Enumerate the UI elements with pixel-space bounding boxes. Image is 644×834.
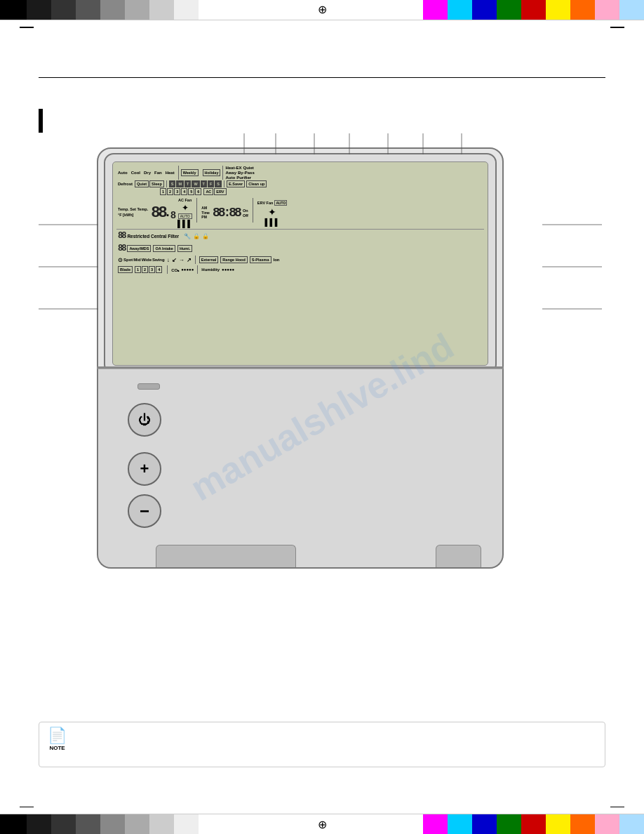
lcd-heat-ex: Heat-EX — [225, 166, 241, 170]
lcd-erv-fan-symbol: ✦ — [268, 206, 276, 218]
lcd-purifier: Purifier — [236, 176, 251, 180]
lcd-wrench-icon: 🔧 — [184, 233, 191, 239]
lcd-mode-auto: Auto — [116, 171, 129, 175]
swatch-b-blue — [472, 814, 497, 834]
remote-divider — [97, 366, 504, 369]
plus-icon: + — [140, 460, 149, 478]
swatch-b-pink — [595, 814, 619, 834]
swatch-magenta — [423, 0, 448, 20]
swatch-black — [0, 0, 27, 20]
annotation-svg-left — [39, 204, 102, 344]
annotation-svg-right — [542, 204, 605, 344]
swatch-b-dark1 — [27, 814, 51, 834]
lcd-row2: Defrost Quiet Sleep S M T W T F S E.Save… — [116, 180, 484, 187]
lcd-vdiv4 — [224, 180, 224, 187]
lcd-humidity-label: Humidity — [201, 267, 220, 272]
minus-icon: − — [140, 501, 149, 521]
lcd-humi: Humi. — [177, 245, 192, 252]
top-rule — [39, 77, 605, 78]
lcd-esaver-area: E.Saver Clean up — [227, 180, 267, 187]
lcd-defrost: Defrost — [116, 182, 134, 186]
lcd-on: On — [243, 208, 248, 213]
lcd-num2: 2 — [167, 188, 173, 195]
power-button[interactable]: ⏻ — [128, 403, 161, 437]
margin-tick-left-bottom — [20, 807, 34, 808]
lcd-external: External — [199, 256, 219, 263]
swatch-blue — [472, 0, 497, 20]
swatch-b-gray3 — [125, 814, 149, 834]
lcd-pm: PM — [201, 215, 210, 220]
lcd-blade-vdiv — [167, 265, 168, 274]
lcd-vdiv1 — [178, 166, 179, 180]
lcd-day-T2: T — [201, 180, 207, 187]
lcd-quiet-right: Quiet — [243, 166, 253, 170]
swatch-dark2 — [51, 0, 76, 20]
lcd-swing: Swing — [152, 258, 165, 262]
lcd-vdiv3 — [166, 180, 167, 187]
lcd-blade1: 1 — [135, 266, 141, 273]
lcd-quiet: Quiet — [135, 180, 149, 187]
lcd-ion: Ion — [274, 258, 280, 262]
reg-mark-top: ⊕ — [318, 3, 327, 16]
lcd-auto-label: AUTO — [178, 213, 192, 219]
minus-button[interactable]: − — [128, 494, 161, 528]
lcd-esaver: E.Saver — [227, 180, 245, 187]
lcd-day-M: M — [176, 180, 184, 187]
swatch-b-gray2 — [100, 814, 125, 834]
lcd-oa-intake: OA Intake — [153, 245, 175, 252]
swatch-b-yellow — [546, 814, 570, 834]
lcd-erv-fan-area: ERV Fan AUTO ✦ ▌▌▌ — [257, 200, 288, 226]
lcd-ampm-label: AM Time PM — [201, 206, 210, 220]
lcd-num3: 3 — [174, 188, 180, 195]
lcd-swing-row: ⊙ Spot Mid Wide Swing ↓ ↙ → ↗ External R… — [116, 255, 484, 265]
section-header — [39, 109, 43, 133]
lcd-off: Off — [243, 213, 248, 218]
lcd-day-W: W — [192, 180, 199, 187]
lcd-mode-cool: Cool — [130, 171, 142, 175]
lcd-day-T1: T — [185, 180, 191, 187]
lcd-splasma: S-Plasma — [250, 256, 271, 263]
swatch-red — [521, 0, 546, 20]
lcd-erv: ERV — [214, 188, 226, 195]
swatch-b-gray4 — [149, 814, 174, 834]
lcd-ac: AC — [203, 188, 213, 195]
lcd-dial-icon: ⊙ — [118, 257, 123, 263]
lcd-blade-row: Blade 1 2 3 4 CO₂ ●●●●● Humidity ●●●●● — [116, 265, 484, 274]
lcd-fan-bars: ▌▌▌ — [177, 220, 192, 227]
lcd-vdiv5 — [196, 198, 197, 223]
swatch-gray1 — [76, 0, 100, 20]
lcd-row3: 1 2 3 4 5 6 AC ERV — [116, 188, 484, 195]
note-document-icon: 📄 — [48, 728, 67, 743]
lcd-swing-area: ⊙ Spot Mid Wide Swing — [118, 257, 165, 263]
lcd-blade-nums: 1 2 3 4 — [135, 266, 162, 273]
margin-tick-left-top — [20, 27, 34, 28]
swatch-gray4 — [149, 0, 174, 20]
lcd-numbers-row: 1 2 3 4 5 6 — [160, 188, 201, 195]
lcd-mode-fan: Fan — [153, 171, 163, 175]
color-bar-b-spacer — [199, 814, 423, 834]
section-bar — [39, 109, 43, 133]
lcd-arrow-diag1: ↙ — [172, 257, 177, 263]
lcd-vdiv6 — [253, 198, 253, 223]
lcd-seg-display: 88 . 8 — [151, 205, 175, 221]
lcd-temp-label: Temp. Set Temp. — [118, 207, 148, 213]
lcd-row-modes: Auto Cool Dry Fan Heat Weekly Holiday He… — [116, 166, 484, 180]
lcd-num5: 5 — [188, 188, 194, 195]
lcd-swing-vdiv — [195, 256, 196, 264]
bottom-tray-left — [156, 545, 296, 567]
swatch-pink — [595, 0, 619, 20]
lcd-auto-right: Auto — [225, 176, 235, 180]
lcd-num1: 1 — [160, 188, 166, 195]
plus-button[interactable]: + — [128, 452, 161, 486]
note-icon-area: 📄 NOTE — [48, 728, 67, 751]
swatch-gray2 — [100, 0, 125, 20]
swatch-lightblue — [619, 0, 644, 20]
swatch-b-cyan — [448, 814, 472, 834]
lcd-temp-set-label: Temp. Set Temp. °F [kWh] — [118, 207, 148, 218]
swatch-dark1 — [27, 0, 51, 20]
lcd-auto2: AUTO — [274, 200, 287, 206]
lcd-sleep: Sleep — [149, 180, 164, 187]
swatch-b-dark2 — [51, 814, 76, 834]
swatch-b-magenta — [423, 814, 448, 834]
lcd-vdiv2 — [222, 166, 223, 180]
